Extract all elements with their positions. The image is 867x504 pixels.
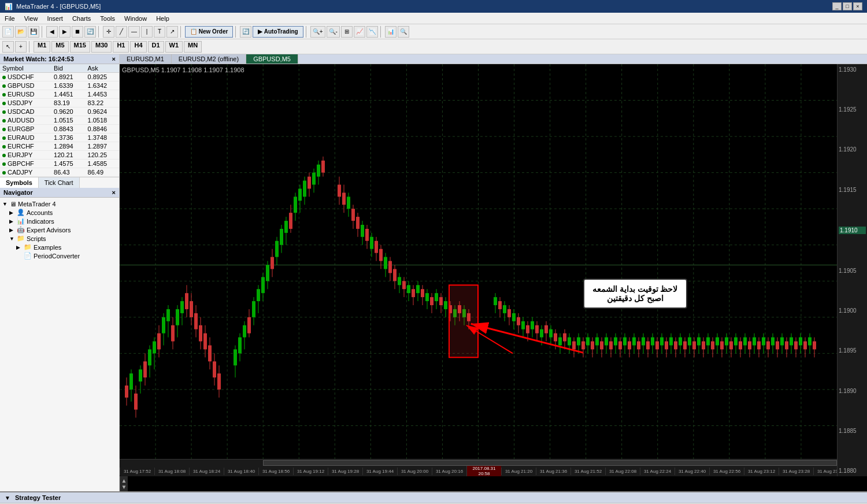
menu-help[interactable]: Help xyxy=(151,14,174,23)
tree-item-period-converter[interactable]: 📄 PeriodConverter xyxy=(2,251,117,260)
market-watch-row[interactable]: USDCHF 0.8921 0.8925 xyxy=(0,73,119,81)
indicator-button[interactable]: 📊 xyxy=(385,26,397,38)
market-watch-row[interactable]: EURGBP 0.8843 0.8846 xyxy=(0,125,119,134)
menu-tools[interactable]: Tools xyxy=(95,14,120,23)
line-button[interactable]: ╱ xyxy=(116,26,127,38)
svg-rect-108 xyxy=(312,173,316,185)
period-mn[interactable]: MN xyxy=(184,41,202,53)
chart-tab-eurusd-m1[interactable]: EURUSD,M1 xyxy=(120,54,172,64)
svg-rect-264 xyxy=(706,338,710,346)
chart-scrollbar[interactable] xyxy=(120,459,837,466)
save-button[interactable]: 💾 xyxy=(28,26,39,38)
tree-item-accounts[interactable]: ▶ 👤 Accounts xyxy=(2,208,117,217)
svg-rect-262 xyxy=(702,342,705,350)
market-watch-row[interactable]: EURUSD 1.4451 1.4453 xyxy=(0,90,119,99)
svg-rect-298 xyxy=(785,342,788,350)
tree-item-scripts[interactable]: ▼ 📁 Scripts xyxy=(2,234,117,243)
chart-svg xyxy=(120,64,837,466)
chart-canvas[interactable]: GBPUSD,M5 1.1907 1.1908 1.1907 1.1908 xyxy=(120,64,867,476)
tree-item-mt4[interactable]: ▼ 🖥 MetaTrader 4 xyxy=(2,200,117,208)
market-watch-row[interactable]: EURAUD 1.3736 1.3748 xyxy=(0,134,119,142)
grid-button[interactable]: ⊞ xyxy=(341,26,353,38)
auto-trading-button[interactable]: ▶ AutoTrading xyxy=(253,26,303,38)
stop-button[interactable]: ⏹ xyxy=(72,26,83,38)
chart-down-button[interactable]: 📉 xyxy=(366,26,378,38)
text-button[interactable]: T xyxy=(154,26,165,38)
minimize-button[interactable]: _ xyxy=(832,2,842,10)
arrow-button[interactable]: ↗ xyxy=(166,26,178,38)
symbol-cell: EURUSD xyxy=(0,90,51,99)
tree-label-examples: Examples xyxy=(34,244,61,251)
scroll-down-button[interactable]: ▼ xyxy=(120,484,128,490)
back-button[interactable]: ◀ xyxy=(46,26,58,38)
right-scroll[interactable]: ▲ ▼ xyxy=(120,476,128,491)
menu-view[interactable]: View xyxy=(20,14,43,23)
time-label-10: 31 Aug 20:16 xyxy=(432,468,466,475)
svg-rect-186 xyxy=(526,325,529,333)
period-w1[interactable]: W1 xyxy=(165,41,183,53)
menu-file[interactable]: File xyxy=(0,14,20,23)
menu-window[interactable]: Window xyxy=(120,14,151,23)
chart-tab-gbpusd-m5[interactable]: GBPUSD,M5 xyxy=(246,54,298,64)
crosshair-button[interactable]: ✛ xyxy=(103,26,114,38)
svg-rect-260 xyxy=(697,338,701,346)
market-watch-row[interactable]: GBPUSD 1.6339 1.6342 xyxy=(0,81,119,90)
svg-rect-232 xyxy=(632,338,636,346)
chart-up-button[interactable]: 📈 xyxy=(354,26,365,38)
svg-rect-158 xyxy=(439,297,443,305)
period-d1[interactable]: D1 xyxy=(148,41,164,53)
main-layout: Market Watch: 16:24:53 × Symbol Bid Ask … xyxy=(0,54,867,491)
vline-button[interactable]: | xyxy=(141,26,153,38)
market-watch-row[interactable]: AUDUSD 1.0515 1.0518 xyxy=(0,116,119,125)
open-file-button[interactable]: 📂 xyxy=(15,26,27,38)
period-h4[interactable]: H4 xyxy=(130,41,146,53)
chart-tab-eurusd-m2[interactable]: EURUSD,M2 (offline) xyxy=(172,54,246,64)
svg-rect-250 xyxy=(674,342,677,350)
menu-insert[interactable]: Insert xyxy=(42,14,68,23)
tree-item-examples[interactable]: ▶ 📁 Examples xyxy=(2,243,117,251)
market-watch-row[interactable]: GBPCHF 1.4575 1.4585 xyxy=(0,160,119,168)
period-m1[interactable]: M1 xyxy=(34,41,50,53)
market-watch-row[interactable]: EURJPY 120.21 120.25 xyxy=(0,151,119,160)
market-watch-row[interactable]: EURCHF 1.2894 1.2897 xyxy=(0,142,119,151)
period-m5[interactable]: M5 xyxy=(51,41,68,53)
period-m30[interactable]: M30 xyxy=(91,41,112,53)
tree-item-expert-advisors[interactable]: ▶ 🤖 Expert Advisors xyxy=(2,225,117,234)
navigator-close[interactable]: × xyxy=(112,189,116,196)
new-file-button[interactable]: 📄 xyxy=(2,26,14,38)
market-watch-row[interactable]: USDCAD 0.9620 0.9624 xyxy=(0,108,119,116)
zoom-in-button[interactable]: 🔍+ xyxy=(310,26,325,38)
market-watch-table: Symbol Bid Ask USDCHF 0.8921 0.8925 GBPU… xyxy=(0,64,119,177)
market-watch-row[interactable]: USDJPY 83.19 83.22 xyxy=(0,99,119,108)
svg-rect-116 xyxy=(342,192,346,205)
zoom-out-button[interactable]: 🔍- xyxy=(327,26,340,38)
st-collapse-icon[interactable]: ▼ xyxy=(5,495,10,501)
market-watch-close[interactable]: × xyxy=(112,55,116,62)
search-button[interactable]: 🔍 xyxy=(398,26,409,38)
hline-button[interactable]: — xyxy=(128,26,140,38)
svg-rect-206 xyxy=(572,342,576,350)
close-button[interactable]: × xyxy=(853,2,862,10)
svg-rect-102 xyxy=(298,188,302,201)
tab-symbols[interactable]: Symbols xyxy=(0,177,39,188)
forward-button[interactable]: ▶ xyxy=(59,26,71,38)
menu-charts[interactable]: Charts xyxy=(68,14,95,23)
new-order-button[interactable]: 📋 New Order xyxy=(185,26,233,38)
refresh-button[interactable]: 🔄 xyxy=(84,26,96,38)
sep-t2 xyxy=(29,41,31,53)
navigator-header: Navigator × xyxy=(0,188,119,198)
svg-rect-174 xyxy=(498,301,502,309)
period-h1[interactable]: H1 xyxy=(113,41,129,53)
maximize-button[interactable]: □ xyxy=(843,2,852,10)
refresh2-button[interactable]: 🔄 xyxy=(240,26,251,38)
tree-item-indicators[interactable]: ▶ 📊 Indicators xyxy=(2,217,117,225)
cursor-button[interactable]: ↖ xyxy=(2,41,14,53)
scrollbar-thumb[interactable] xyxy=(263,460,837,466)
ask-cell: 0.8846 xyxy=(86,125,119,134)
menu-bar: File View Insert Charts Tools Window Hel… xyxy=(0,13,867,24)
period-m15[interactable]: M15 xyxy=(70,41,90,53)
market-watch-row[interactable]: CADJPY 86.43 86.49 xyxy=(0,168,119,177)
scroll-up-button[interactable]: ▲ xyxy=(120,477,128,484)
tab-tick-chart[interactable]: Tick Chart xyxy=(39,177,80,188)
crosshair2-button[interactable]: + xyxy=(15,41,27,53)
